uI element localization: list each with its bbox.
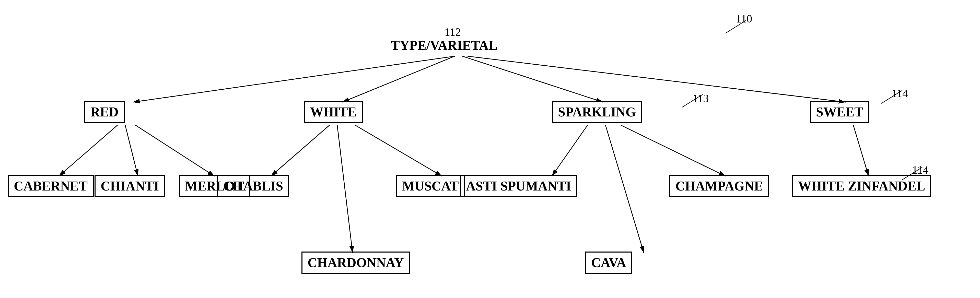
- svg-line-9: [355, 125, 442, 176]
- svg-line-16: [881, 90, 902, 103]
- svg-line-15: [682, 95, 703, 107]
- svg-line-8: [337, 125, 353, 253]
- node-chardonnay: CHARDONNAY: [301, 252, 410, 274]
- ref-112: 112: [444, 25, 461, 38]
- node-sparkling: SPARKLING: [552, 101, 642, 123]
- ref-114a-arrow: [876, 87, 907, 107]
- node-white-zinfandel: WHITE ZINFANDEL: [792, 175, 931, 197]
- svg-line-5: [125, 125, 138, 176]
- svg-line-0: [133, 56, 455, 102]
- svg-line-10: [552, 125, 588, 176]
- node-cava: CAVA: [585, 252, 632, 274]
- svg-line-12: [621, 125, 725, 176]
- node-asti: ASTI SPUMANTI: [460, 175, 578, 197]
- svg-line-11: [606, 125, 644, 253]
- node-sweet: SWEET: [810, 101, 869, 123]
- ref-110-arrow: [721, 15, 751, 36]
- node-cabernet: CABERNET: [8, 175, 94, 197]
- node-white: WHITE: [304, 101, 363, 123]
- node-champagne: CHAMPAGNE: [669, 175, 769, 197]
- ref-113-arrow: [677, 90, 708, 111]
- svg-line-2: [462, 56, 603, 102]
- svg-line-6: [135, 125, 215, 176]
- svg-line-7: [271, 125, 329, 176]
- svg-line-3: [468, 56, 846, 102]
- node-root: TYPE/VARIETAL: [391, 38, 497, 53]
- svg-line-4: [59, 125, 118, 176]
- diagram-container: 110 112 113 114 114 TYPE/VARIETAL RED WH…: [0, 0, 980, 298]
- node-muscat: MUSCAT: [396, 175, 465, 197]
- svg-line-13: [853, 125, 869, 176]
- svg-line-14: [725, 21, 746, 33]
- node-chablis: CHABLIS: [217, 175, 289, 197]
- node-red: RED: [84, 101, 125, 123]
- svg-line-1: [342, 56, 455, 102]
- node-chianti: CHIANTI: [94, 175, 165, 197]
